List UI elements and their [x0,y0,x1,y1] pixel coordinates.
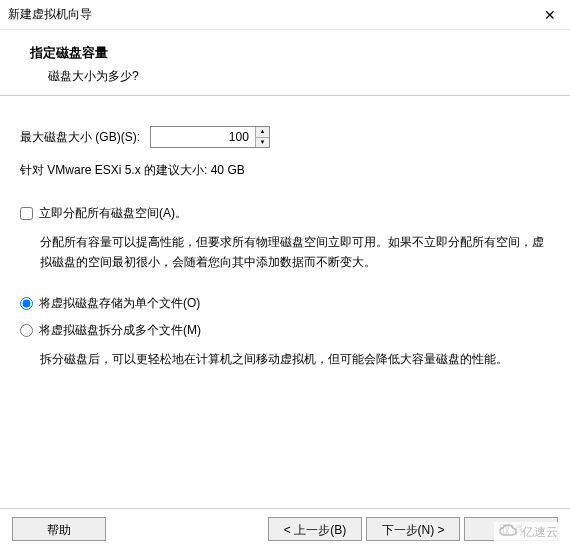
spinner-buttons: ▲ ▼ [255,127,269,147]
footer: 帮助 < 上一步(B) 下一步(N) > 取消 [0,508,570,541]
disk-size-spinner[interactable]: ▲ ▼ [150,126,270,148]
help-button[interactable]: 帮助 [12,517,106,541]
store-split-radio-row[interactable]: 将虚拟磁盘拆分成多个文件(M) [20,322,550,339]
cloud-icon [498,524,518,541]
store-split-label: 将虚拟磁盘拆分成多个文件(M) [39,322,201,339]
allocate-description: 分配所有容量可以提高性能，但要求所有物理磁盘空间立即可用。如果不立即分配所有空间… [40,232,550,273]
back-button[interactable]: < 上一步(B) [268,517,362,541]
spinner-down-icon[interactable]: ▼ [256,138,269,148]
page-subtitle: 磁盘大小为多少? [48,68,562,85]
allocate-now-label: 立即分配所有磁盘空间(A)。 [39,205,187,222]
watermark: 亿速云 [494,522,562,543]
recommended-size-label: 针对 VMware ESXi 5.x 的建议大小: 40 GB [20,162,550,179]
store-single-radio[interactable] [20,297,33,310]
allocate-now-checkbox-row[interactable]: 立即分配所有磁盘空间(A)。 [20,205,550,222]
content-area: 最大磁盘大小 (GB)(S): ▲ ▼ 针对 VMware ESXi 5.x 的… [0,96,570,401]
store-single-label: 将虚拟磁盘存储为单个文件(O) [39,295,200,312]
titlebar: 新建虚拟机向导 ✕ [0,0,570,30]
page-title: 指定磁盘容量 [30,44,562,62]
store-split-description: 拆分磁盘后，可以更轻松地在计算机之间移动虚拟机，但可能会降低大容量磁盘的性能。 [40,349,550,369]
disk-size-label: 最大磁盘大小 (GB)(S): [20,129,140,146]
disk-size-row: 最大磁盘大小 (GB)(S): ▲ ▼ [20,126,550,148]
watermark-text: 亿速云 [522,524,558,541]
close-icon[interactable]: ✕ [540,7,560,23]
store-split-radio[interactable] [20,324,33,337]
store-single-radio-row[interactable]: 将虚拟磁盘存储为单个文件(O) [20,295,550,312]
next-button[interactable]: 下一步(N) > [366,517,460,541]
spinner-up-icon[interactable]: ▲ [256,127,269,138]
wizard-header: 指定磁盘容量 磁盘大小为多少? [0,30,570,96]
window-title: 新建虚拟机向导 [8,6,92,23]
disk-size-input[interactable] [151,127,255,147]
allocate-now-checkbox[interactable] [20,207,33,220]
